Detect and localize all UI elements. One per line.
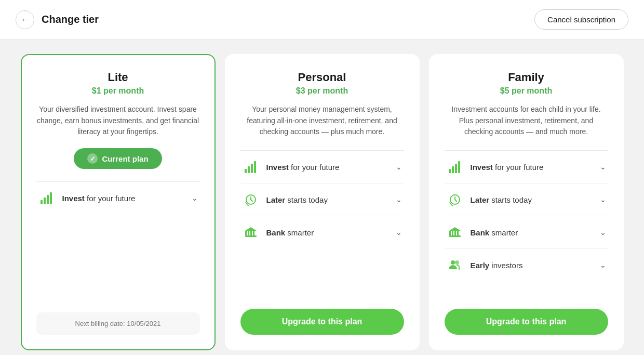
svg-rect-6	[251, 164, 253, 173]
feature-bank-family[interactable]: Bank smarter ⌄	[445, 216, 608, 249]
feature-later-personal[interactable]: Later starts today ⌄	[240, 183, 404, 216]
header: ← Change tier Cancel subscription	[0, 0, 644, 40]
chevron-down-icon: ⌄	[396, 195, 402, 204]
feature-early-family[interactable]: Early investors ⌄	[445, 249, 608, 281]
plan-card-family: Family $5 per month Investment accounts …	[429, 54, 624, 350]
plan-price-family: $5 per month	[445, 86, 608, 96]
back-button[interactable]: ←	[16, 10, 34, 29]
svg-rect-5	[248, 166, 250, 173]
feature-invest-bold: Invest	[62, 194, 85, 203]
svg-rect-4	[245, 169, 247, 173]
svg-rect-19	[449, 231, 451, 235]
plan-name-personal: Personal	[240, 71, 404, 84]
svg-point-25	[455, 260, 459, 265]
feature-list-lite: Invest for your future ⌄	[36, 182, 200, 300]
chevron-down-icon: ⌄	[396, 163, 402, 171]
svg-rect-0	[41, 200, 43, 204]
invest-icon	[38, 190, 55, 206]
svg-rect-16	[455, 164, 457, 173]
later-icon-personal	[243, 191, 259, 208]
svg-rect-22	[457, 231, 459, 235]
checkmark-icon: ✓	[87, 153, 98, 164]
page-title: Change tier	[42, 14, 99, 25]
svg-rect-18	[449, 235, 461, 237]
upgrade-button-family[interactable]: Upgrade to this plan	[445, 309, 608, 335]
plan-price-personal: $3 per month	[240, 86, 404, 96]
plan-name-family: Family	[445, 71, 608, 84]
upgrade-button-personal[interactable]: Upgrade to this plan	[240, 309, 404, 335]
svg-rect-12	[253, 231, 254, 235]
svg-rect-2	[47, 195, 49, 204]
svg-rect-17	[458, 161, 460, 173]
svg-rect-14	[449, 169, 451, 173]
plan-card-lite: Lite $1 per month Your diversified inves…	[21, 54, 216, 350]
chevron-down-icon: ⌄	[600, 261, 606, 269]
plans-container: Lite $1 per month Your diversified inves…	[0, 40, 644, 355]
chevron-down-icon: ⌄	[600, 163, 606, 171]
svg-marker-13	[245, 227, 257, 231]
plan-price-lite: $1 per month	[36, 86, 200, 96]
plan-desc-family: Investment accounts for each child in yo…	[445, 104, 608, 138]
chevron-down-icon: ⌄	[600, 228, 606, 236]
feature-invest-lite[interactable]: Invest for your future ⌄	[36, 182, 200, 214]
plan-desc-personal: Your personal money management system, f…	[240, 104, 404, 138]
card-bottom-lite: Next billing date: 10/05/2021	[36, 300, 200, 335]
feature-bank-personal[interactable]: Bank smarter ⌄	[240, 216, 404, 248]
later-icon-family	[447, 191, 463, 208]
svg-rect-3	[50, 192, 52, 204]
svg-rect-21	[454, 231, 456, 235]
invest-icon-family	[447, 159, 463, 175]
svg-rect-15	[452, 166, 454, 173]
chevron-down-icon: ⌄	[600, 195, 606, 204]
svg-rect-10	[248, 231, 249, 235]
current-plan-button: ✓ Current plan	[74, 148, 162, 169]
plan-desc-lite: Your diversified investment account. Inv…	[36, 104, 200, 138]
cancel-subscription-button[interactable]: Cancel subscription	[534, 9, 628, 30]
feature-invest-text: for your future	[85, 194, 136, 203]
svg-rect-8	[245, 235, 257, 237]
svg-rect-20	[452, 231, 453, 235]
feature-invest-personal[interactable]: Invest for your future ⌄	[240, 151, 404, 183]
feature-list-personal: Invest for your future ⌄ Later starts to…	[240, 151, 404, 248]
back-icon: ←	[21, 15, 29, 24]
early-icon-family	[447, 257, 463, 273]
billing-info: Next billing date: 10/05/2021	[36, 312, 200, 335]
chevron-down-icon: ⌄	[396, 228, 402, 236]
plan-card-personal: Personal $3 per month Your personal mone…	[225, 54, 420, 350]
feature-invest-family[interactable]: Invest for your future ⌄	[445, 151, 608, 183]
svg-rect-7	[254, 161, 256, 173]
svg-rect-9	[245, 231, 247, 235]
feature-list-family: Invest for your future ⌄ Later starts to…	[445, 151, 608, 281]
chevron-down-icon: ⌄	[192, 194, 198, 202]
invest-icon-personal	[243, 159, 259, 175]
svg-marker-23	[449, 227, 461, 231]
svg-rect-1	[44, 198, 46, 204]
svg-point-24	[451, 260, 455, 265]
current-plan-label: Current plan	[102, 154, 148, 163]
bank-icon-family	[447, 224, 463, 241]
plan-name-lite: Lite	[36, 71, 200, 84]
bank-icon-personal	[243, 224, 259, 241]
feature-later-family[interactable]: Later starts today ⌄	[445, 183, 608, 216]
svg-rect-11	[250, 231, 252, 235]
